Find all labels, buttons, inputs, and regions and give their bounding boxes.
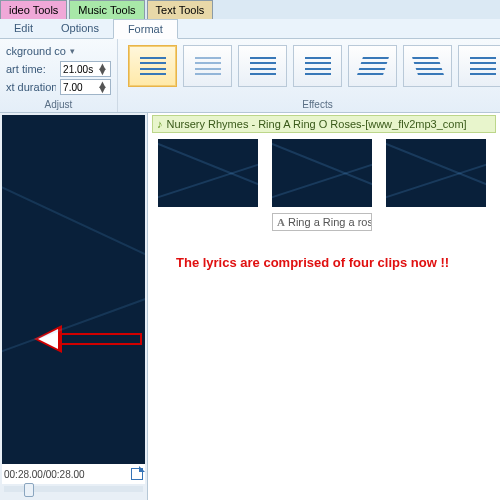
spinner-arrows-icon[interactable]: ▲▼ <box>97 64 108 74</box>
subtab-format[interactable]: Format <box>113 19 178 39</box>
clip-2[interactable]: ARing a Ring a roses <box>272 139 372 231</box>
clip-thumb <box>386 139 486 207</box>
start-time-label: art time: <box>6 63 56 75</box>
preview-seek-slider[interactable] <box>4 486 143 492</box>
start-time-input[interactable] <box>63 64 97 75</box>
subtab-edit[interactable]: Edit <box>0 19 47 38</box>
music-note-icon: ♪ <box>157 118 163 130</box>
tab-text-tools[interactable]: Text Tools <box>147 0 214 19</box>
effect-none[interactable] <box>128 45 177 87</box>
audio-track-title: Nursery Rhymes - Ring A Ring O Roses-[ww… <box>167 118 467 130</box>
start-time-spinner[interactable]: ▲▼ <box>60 61 111 77</box>
bgcolor-label: ckground color <box>6 45 66 57</box>
annotation-text: The lyrics are comprised of four clips n… <box>176 255 500 270</box>
effect-scroll[interactable] <box>458 45 500 87</box>
effect-fly-left[interactable] <box>238 45 287 87</box>
text-duration-spinner[interactable]: ▲▼ <box>60 79 111 95</box>
annotation-arrow-icon <box>32 325 142 353</box>
text-duration-label: xt duration: <box>6 81 56 93</box>
clip-caption: ARing a Ring a roses <box>272 213 372 231</box>
fullscreen-icon[interactable] <box>131 468 143 480</box>
tab-music-tools[interactable]: Music Tools <box>69 0 144 19</box>
chevron-down-icon[interactable]: ▾ <box>70 46 75 56</box>
group-label-adjust: Adjust <box>6 99 111 110</box>
effects-gallery <box>124 43 500 89</box>
clip-thumb <box>272 139 372 207</box>
text-duration-input[interactable] <box>63 82 97 93</box>
clip-thumb <box>158 139 258 207</box>
effect-fly-right[interactable] <box>293 45 342 87</box>
effect-slant-left[interactable] <box>348 45 397 87</box>
tab-video-tools[interactable]: ideo Tools <box>0 0 67 19</box>
clip-3[interactable] <box>386 139 486 231</box>
audio-track[interactable]: ♪ Nursery Rhymes - Ring A Ring O Roses-[… <box>152 115 496 133</box>
effect-fade[interactable] <box>183 45 232 87</box>
effect-slant-right[interactable] <box>403 45 452 87</box>
spinner-arrows-icon[interactable]: ▲▼ <box>97 82 108 92</box>
group-label-effects: Effects <box>124 99 500 110</box>
text-caption-icon: A <box>277 216 285 228</box>
subtab-options[interactable]: Options <box>47 19 113 38</box>
preview-time: 00:28.00/00:28.00 <box>4 469 85 480</box>
clip-1[interactable] <box>158 139 258 231</box>
preview-video[interactable] <box>2 115 145 464</box>
